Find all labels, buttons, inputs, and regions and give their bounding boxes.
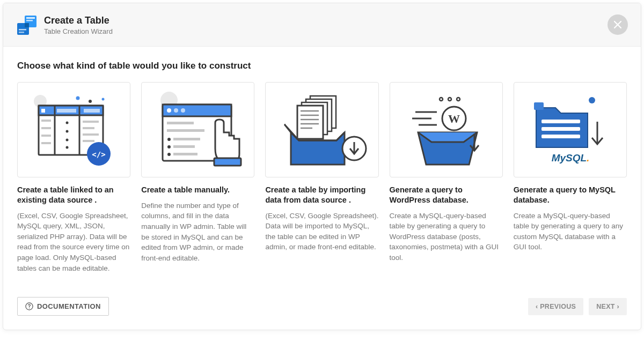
svg-point-26 bbox=[66, 139, 69, 142]
svg-rect-47 bbox=[173, 153, 197, 155]
card-desc: Define the number and type of columns, a… bbox=[141, 200, 254, 263]
svg-rect-30 bbox=[83, 133, 99, 136]
svg-point-61 bbox=[448, 98, 451, 101]
documentation-button[interactable]: DOCUMENTATION bbox=[17, 297, 109, 316]
wizard-header: Create a Table Table Creation Wizard bbox=[3, 3, 641, 47]
card-wordpress-query: W Generate a query to WordPress database… bbox=[390, 82, 503, 273]
svg-rect-6 bbox=[19, 32, 24, 33]
svg-rect-31 bbox=[83, 140, 94, 142]
svg-point-27 bbox=[66, 146, 69, 149]
app-logo-icon bbox=[17, 16, 36, 35]
svg-rect-29 bbox=[83, 127, 94, 129]
wizard-modal: Create a Table Table Creation Wizard Cho… bbox=[3, 3, 641, 330]
svg-rect-15 bbox=[41, 109, 45, 113]
wizard-footer: DOCUMENTATION ‹ PREVIOUS NEXT › bbox=[17, 287, 627, 318]
card-title: Generate a query to WordPress database. bbox=[390, 185, 503, 205]
card-linked-source-illustration[interactable]: </> bbox=[17, 82, 130, 177]
svg-rect-16 bbox=[57, 109, 76, 113]
svg-point-12 bbox=[102, 98, 105, 101]
card-manual: Create a table manually. Define the numb… bbox=[141, 82, 254, 273]
svg-text:W: W bbox=[448, 112, 460, 125]
svg-rect-41 bbox=[167, 129, 204, 132]
card-wordpress-query-illustration[interactable]: W bbox=[390, 82, 503, 177]
documentation-label: DOCUMENTATION bbox=[37, 302, 101, 310]
card-title: Create a table manually. bbox=[141, 185, 254, 195]
chevron-left-icon: ‹ bbox=[536, 303, 538, 310]
svg-text:</>: </> bbox=[92, 150, 105, 159]
card-desc: (Excel, CSV, Google Spreadsheet). Data w… bbox=[265, 211, 378, 252]
svg-point-62 bbox=[457, 98, 460, 101]
svg-point-38 bbox=[174, 108, 178, 113]
card-desc: (Excel, CSV, Google Spreadsheet, MySQL q… bbox=[17, 211, 130, 273]
svg-rect-70 bbox=[534, 102, 544, 110]
card-import: Create a table by importing data from da… bbox=[265, 82, 378, 273]
header-subtitle: Table Creation Wizard bbox=[44, 27, 113, 35]
svg-rect-43 bbox=[173, 138, 200, 140]
svg-rect-71 bbox=[541, 120, 580, 123]
card-title: Create a table linked to an existing dat… bbox=[17, 185, 130, 205]
card-title: Create a table by importing data from da… bbox=[265, 185, 378, 205]
svg-rect-40 bbox=[167, 122, 194, 124]
svg-point-77 bbox=[29, 308, 30, 309]
card-import-illustration[interactable] bbox=[265, 82, 378, 177]
svg-rect-4 bbox=[26, 20, 33, 21]
svg-point-42 bbox=[167, 138, 171, 141]
close-button[interactable] bbox=[608, 14, 628, 35]
svg-rect-20 bbox=[41, 120, 51, 122]
help-icon bbox=[25, 302, 33, 310]
header-titles: Create a Table Table Creation Wizard bbox=[44, 15, 113, 35]
card-mysql-query: MySQL. Generate a query to MySQL databas… bbox=[514, 82, 627, 273]
card-mysql-query-illustration[interactable]: MySQL. bbox=[514, 82, 627, 177]
svg-point-39 bbox=[181, 108, 185, 113]
svg-rect-3 bbox=[26, 17, 35, 19]
svg-text:MySQL.: MySQL. bbox=[552, 152, 590, 163]
nav-buttons: ‹ PREVIOUS NEXT › bbox=[528, 298, 627, 315]
previous-label: PREVIOUS bbox=[540, 303, 576, 310]
header-title: Create a Table bbox=[44, 15, 113, 26]
svg-rect-72 bbox=[541, 127, 580, 131]
wizard-body: Choose what kind of table would you like… bbox=[3, 47, 641, 330]
card-desc: Create a MySQL-query-based table by gene… bbox=[514, 211, 627, 252]
close-icon bbox=[614, 21, 621, 28]
svg-rect-17 bbox=[84, 109, 100, 113]
svg-rect-73 bbox=[541, 135, 580, 138]
svg-rect-48 bbox=[214, 158, 241, 166]
svg-point-25 bbox=[66, 130, 69, 133]
svg-rect-28 bbox=[83, 121, 99, 123]
svg-rect-45 bbox=[173, 145, 195, 148]
svg-point-37 bbox=[167, 108, 171, 113]
svg-rect-23 bbox=[41, 142, 51, 144]
svg-point-44 bbox=[167, 145, 171, 148]
svg-point-60 bbox=[440, 98, 443, 101]
option-cards: </> Create a table linked to an existing… bbox=[17, 82, 627, 273]
svg-point-10 bbox=[76, 96, 80, 100]
card-title: Generate a query to MySQL database. bbox=[514, 185, 627, 205]
svg-rect-21 bbox=[41, 127, 51, 129]
card-desc: Create a MySQL-query-based table by gene… bbox=[390, 211, 503, 263]
chevron-right-icon: › bbox=[617, 303, 619, 310]
section-title: Choose what kind of table would you like… bbox=[17, 61, 627, 71]
svg-rect-2 bbox=[25, 23, 29, 27]
card-linked-source: </> Create a table linked to an existing… bbox=[17, 82, 130, 273]
svg-rect-22 bbox=[41, 135, 51, 137]
previous-button[interactable]: ‹ PREVIOUS bbox=[528, 298, 583, 315]
next-label: NEXT bbox=[596, 303, 615, 310]
svg-point-11 bbox=[89, 100, 92, 103]
svg-point-24 bbox=[66, 122, 69, 124]
svg-point-46 bbox=[167, 153, 171, 156]
next-button[interactable]: NEXT › bbox=[589, 298, 627, 315]
svg-rect-36 bbox=[163, 105, 231, 116]
svg-point-69 bbox=[589, 97, 595, 103]
card-manual-illustration[interactable] bbox=[141, 82, 254, 177]
svg-rect-5 bbox=[19, 29, 26, 31]
